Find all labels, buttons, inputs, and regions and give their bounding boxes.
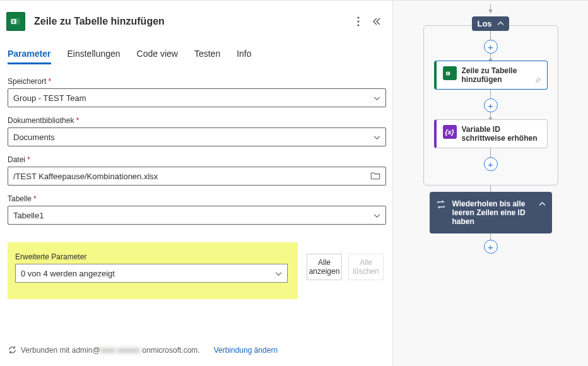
connection-text: Verbunden mit admin@xxxx xxxxxx onmicros… [21,346,200,355]
advanced-value: 0 von 4 werden angezeigt [21,269,115,278]
chevron-down-icon [373,133,380,142]
collapse-panel-button[interactable] [367,17,385,26]
chevron-down-icon [275,269,282,278]
chevron-up-icon [497,21,504,26]
tab-codeview[interactable]: Code view [137,45,178,64]
repeat-card-title: Wiederholen bis alle leeren Zeilen eine … [452,199,532,226]
action-config-panel: Zeile zu Tabelle hinzufügen Parameter Ei… [0,0,392,366]
flow-card-title: Variable ID schrittweise erhöhen [462,125,541,143]
chevron-down-icon [373,93,380,103]
more-menu-button[interactable] [350,16,367,27]
advanced-row: Erweiterte Parameter 0 von 4 werden ange… [8,242,386,299]
chevron-up-icon [539,199,546,208]
tab-bar: Parameter Einstellungen Code view Testen… [5,45,389,64]
loop-container: Los + ▼ Zeile zu Tabelle hinzufügen + ▼ … [423,25,558,186]
excel-icon [443,66,457,80]
panel-header: Zeile zu Tabelle hinzufügen [5,1,389,40]
svg-point-2 [357,16,359,18]
library-label: Dokumentbibliothek* [8,116,386,125]
file-label: Datei* [8,155,386,164]
connection-icon [8,345,17,355]
advanced-select[interactable]: 0 von 4 werden angezeigt [15,264,288,283]
change-connection-link[interactable]: Verbindung ändern [214,346,278,355]
add-step-button[interactable]: + [484,40,498,54]
panel-title: Zeile zu Tabelle hinzufügen [34,16,350,27]
tab-settings[interactable]: Einstellungen [68,45,121,64]
flow-canvas[interactable]: ▼ Los + ▼ Zeile zu Tabelle hinzufügen + … [392,0,588,366]
tab-parameter[interactable]: Parameter [8,45,51,64]
location-value: Group - TEST Team [13,93,86,103]
show-all-button[interactable]: Alle anzeigen [307,254,342,280]
location-select[interactable]: Group - TEST Team [8,88,386,107]
table-select[interactable]: Tabelle1 [8,206,386,225]
flow-card-excel[interactable]: Zeile zu Tabelle hinzufügen [434,61,548,90]
library-value: Documents [13,133,55,142]
variable-icon: {x} [443,125,457,139]
file-value: /TEST Kaffeepause/Kombinationen.xlsx [13,172,158,181]
flow-card-variable[interactable]: {x} Variable ID schrittweise erhöhen [434,119,548,148]
library-select[interactable]: Documents [8,127,386,146]
svg-point-3 [357,20,359,22]
location-label: Speicherort* [8,77,386,86]
excel-icon [6,12,25,31]
add-step-button[interactable]: + [484,240,498,254]
add-step-button[interactable]: + [484,98,498,112]
folder-icon[interactable] [370,171,380,182]
repeat-until-card[interactable]: Wiederholen bis alle leeren Zeilen eine … [430,192,552,233]
form-area: Speicherort* Group - TEST Team Dokumentb… [5,64,389,299]
loop-label: Los [477,19,491,28]
flow-card-title: Zeile zu Tabelle hinzufügen [462,66,536,84]
file-picker[interactable]: /TEST Kaffeepause/Kombinationen.xlsx [8,167,386,186]
advanced-label: Erweiterte Parameter [15,252,290,261]
tab-test[interactable]: Testen [194,45,220,64]
connection-footer: Verbunden mit admin@xxxx xxxxxx onmicros… [5,336,389,366]
clear-all-button: Alle löschen [348,254,384,280]
add-step-button[interactable]: + [484,157,498,171]
table-value: Tabelle1 [13,211,44,220]
loop-icon [436,199,446,211]
svg-point-4 [357,24,359,26]
chevron-down-icon [373,211,380,220]
advanced-parameter-block: Erweiterte Parameter 0 von 4 werden ange… [8,242,298,299]
tab-info[interactable]: Info [237,45,251,64]
loop-header[interactable]: Los [472,16,509,31]
table-label: Tabelle* [8,194,386,203]
link-icon [534,76,542,85]
